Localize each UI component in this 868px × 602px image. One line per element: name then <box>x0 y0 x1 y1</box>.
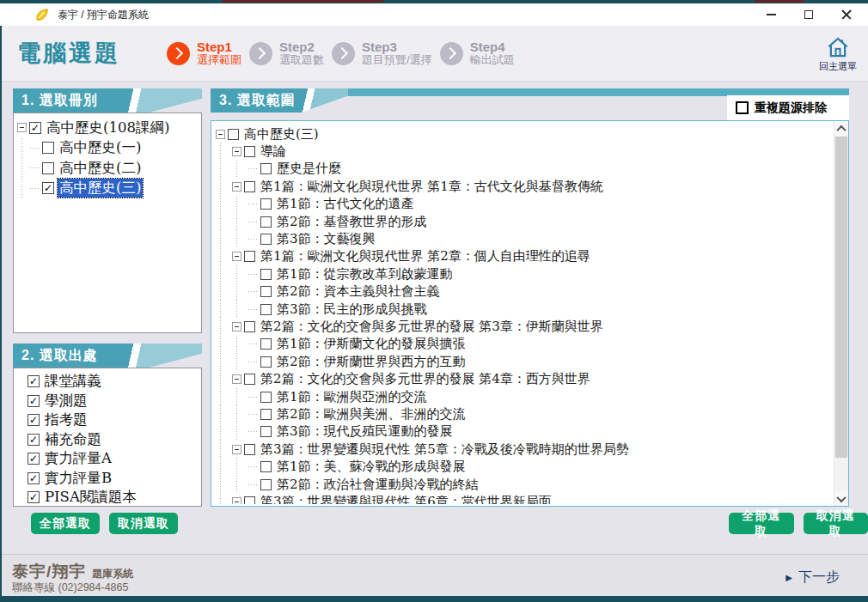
tree-item-label[interactable]: 第1篇：歐洲文化與現代世界 第2章：個人自由理性的追尋 <box>259 248 592 265</box>
tree-item-label[interactable]: 第2節：歐洲與美洲、非洲的交流 <box>275 406 468 423</box>
tree-guide <box>17 138 30 159</box>
source-checkbox[interactable]: ✓ <box>28 395 40 407</box>
tree-checkbox[interactable] <box>260 409 272 420</box>
source-checkbox[interactable]: ✓ <box>28 453 40 465</box>
tree-item-label[interactable]: 第2篇：文化的交會與多元世界的發展 第4章：西方與世界 <box>259 371 592 387</box>
tree-guide <box>216 213 232 230</box>
tree-checkbox[interactable] <box>244 251 255 262</box>
book-select-all-button[interactable]: 全部選取 <box>31 513 100 534</box>
tree-guide <box>216 161 232 178</box>
tree-item-label[interactable]: 高中歷史(一) <box>58 138 143 157</box>
tree-item-label[interactable]: 歷史是什麼 <box>275 161 343 177</box>
scroll-up-button[interactable] <box>834 121 848 136</box>
tree-checkbox[interactable] <box>260 479 272 490</box>
tree-item-label[interactable]: 第2篇：文化的交會與多元世界的發展 第3章：伊斯蘭與世界 <box>259 319 605 335</box>
scope-select-all-button[interactable]: 全部選取 <box>729 513 794 534</box>
tree-guide <box>232 265 248 283</box>
source-label: 課堂講義 <box>45 372 101 391</box>
tree-checkbox[interactable] <box>260 234 272 245</box>
tree-guide <box>232 161 248 178</box>
tree-item-label[interactable]: 第1節：從宗教改革到啟蒙運動 <box>275 266 455 283</box>
scope-tree: 高中歷史(三)導論歷史是什麼第1篇：歐洲文化與現代世界 第1章：古代文化與基督教… <box>216 125 831 504</box>
tree-item-label[interactable]: 第1篇：歐洲文化與現代世界 第1章：古代文化與基督教傳統 <box>259 179 605 195</box>
source-checkbox[interactable]: ✓ <box>28 414 40 426</box>
tree-item-label[interactable]: 高中歷史(二) <box>58 159 143 178</box>
tree-item-label[interactable]: 第2節：伊斯蘭世界與西方的互動 <box>275 354 468 370</box>
tree-checkbox[interactable] <box>260 426 272 437</box>
tree-guide <box>216 196 232 213</box>
scroll-down-button[interactable] <box>834 491 848 506</box>
minimize-button[interactable] <box>765 9 777 21</box>
tree-checkbox[interactable] <box>228 129 239 140</box>
tree-item-label[interactable]: 第1節：歐洲與亞洲的交流 <box>275 389 429 405</box>
tree-connector <box>248 431 258 432</box>
tree-item-label[interactable]: 高中歷史(三) <box>242 126 321 143</box>
tree-checkbox[interactable] <box>260 392 272 403</box>
home-menu-button[interactable]: 回主選單 <box>819 34 857 73</box>
tree-expander-minus[interactable] <box>232 497 241 504</box>
tree-item-label[interactable]: 高中歷史(三) <box>58 179 143 198</box>
tree-checkbox[interactable] <box>260 338 272 350</box>
close-button[interactable] <box>840 9 853 21</box>
tree-checkbox[interactable] <box>260 163 272 174</box>
tree-expander-minus[interactable] <box>232 374 241 384</box>
tree-guide <box>232 213 248 230</box>
tree-row: 第2篇：文化的交會與多元世界的發展 第3章：伊斯蘭與世界 <box>216 318 831 335</box>
scrollbar[interactable] <box>834 121 848 506</box>
source-checkbox[interactable]: ✓ <box>28 472 40 484</box>
tree-checkbox[interactable] <box>260 216 272 228</box>
tree-expander-minus[interactable] <box>17 123 27 132</box>
tree-checkbox[interactable] <box>244 444 255 455</box>
dedup-checkbox[interactable] <box>736 101 749 114</box>
tree-item-label[interactable]: 高中歷史(108課綱) <box>45 119 171 137</box>
tree-item-label[interactable]: 第3節：民主的形成與挑戰 <box>275 301 429 318</box>
tree-checkbox[interactable] <box>260 461 272 472</box>
tree-expander-minus[interactable] <box>232 182 241 192</box>
tree-checkbox[interactable] <box>244 496 255 504</box>
tree-guide <box>216 405 232 423</box>
tree-connector <box>248 414 258 415</box>
tree-checkbox[interactable] <box>260 304 272 315</box>
tree-expander-minus[interactable] <box>232 252 241 261</box>
maximize-button[interactable] <box>803 9 815 21</box>
tree-item-label[interactable]: 第3篇：世界變遷與現代性 第5章：冷戰及後冷戰時期的世界局勢 <box>259 441 631 458</box>
tree-item-label[interactable]: 第3節：文藝復興 <box>275 231 377 247</box>
tree-checkbox[interactable] <box>260 198 272 210</box>
tree-expander-minus[interactable] <box>232 445 241 454</box>
tree-item-label[interactable]: 第3篇：世界變遷與現代性 第6章：當代世界新局面 <box>259 494 553 504</box>
book-deselect-button[interactable]: 取消選取 <box>109 513 178 534</box>
tree-row: 第3節：文藝復興 <box>216 230 831 247</box>
source-checkbox[interactable]: ✓ <box>28 375 40 387</box>
tree-item-label[interactable]: 第1節：美、蘇冷戰的形成與發展 <box>275 459 468 475</box>
step-2-arrow-icon <box>249 42 272 65</box>
next-step-button[interactable]: ▶ 下一步 <box>785 569 840 587</box>
tree-checkbox[interactable] <box>42 142 54 154</box>
tree-item-label[interactable]: 第1節：伊斯蘭文化的發展與擴張 <box>275 336 468 352</box>
tree-checkbox[interactable] <box>42 162 54 174</box>
source-checkbox[interactable]: ✓ <box>28 491 40 503</box>
tree-expander-minus[interactable] <box>232 322 241 331</box>
tree-checkbox[interactable] <box>244 321 255 332</box>
tree-item-label[interactable]: 導論 <box>259 143 288 160</box>
scrollbar-thumb[interactable] <box>835 137 847 458</box>
tree-checkbox[interactable] <box>244 146 255 157</box>
tree-item-label[interactable]: 第2節：基督教世界的形成 <box>275 214 429 230</box>
tree-expander-minus[interactable] <box>232 147 241 156</box>
tree-checkbox[interactable] <box>260 356 272 368</box>
tree-item-label[interactable]: 第3節：現代反殖民運動的發展 <box>275 423 455 440</box>
footer: 泰宇/翔宇 題庫系統 聯絡專線 (02)2984-4865 ▶ 下一步 <box>0 554 868 596</box>
tree-checkbox[interactable] <box>260 286 272 297</box>
tree-expander-minus[interactable] <box>216 130 225 139</box>
tree-guide <box>216 423 232 441</box>
tree-item-label[interactable]: 第1節：古代文化的遺產 <box>275 196 416 212</box>
tree-checkbox[interactable] <box>260 269 272 280</box>
tree-checkbox[interactable] <box>244 181 255 192</box>
tree-row: 第3節：民主的形成與挑戰 <box>216 301 831 318</box>
tree-checkbox[interactable]: ✓ <box>42 182 54 194</box>
tree-checkbox[interactable]: ✓ <box>29 122 41 134</box>
source-checkbox[interactable]: ✓ <box>28 434 40 446</box>
tree-checkbox[interactable] <box>244 374 255 385</box>
tree-item-label[interactable]: 第2節：政治社會運動與冷戰的終結 <box>275 477 480 493</box>
tree-item-label[interactable]: 第2節：資本主義與社會主義 <box>275 283 442 300</box>
scope-deselect-button[interactable]: 取消選取 <box>804 513 868 534</box>
